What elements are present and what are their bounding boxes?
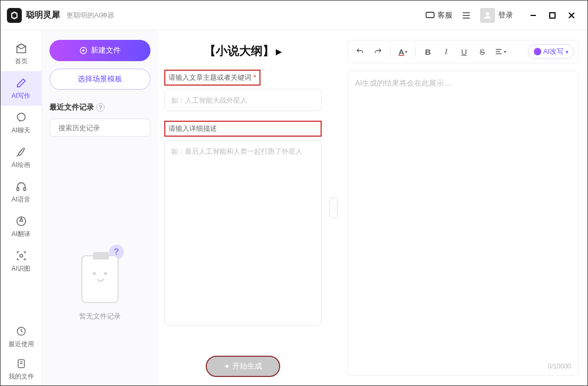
file-icon [15,357,28,370]
app-subtitle: 更聪明的AI神器 [66,11,114,20]
empty-illustration: ? [76,245,124,303]
template-button[interactable]: 选择场景模板 [49,69,150,90]
nav-label: AI翻译 [12,230,30,239]
svg-rect-2 [550,13,555,18]
nav-label: 首页 [15,57,28,66]
input-panel: 【小说大纲】 请输入文章主题或者关键词 * 请输入详细描述 ✦ 开始生成 [158,30,328,385]
editor-placeholder: AI生成的结果将会在此展示… [355,79,571,88]
login-button[interactable]: 登录 [498,11,513,20]
service-label: 客服 [438,11,452,20]
chat-bubble-icon [15,111,28,124]
nav-label: 我的文件 [9,372,34,381]
sparkle-icon: ✦ [224,362,230,371]
nav-my-files[interactable]: 我的文件 [1,353,41,385]
brush-icon [15,146,28,158]
nav-label: AI聊天 [12,126,30,135]
pen-icon [15,77,28,89]
topic-label: 请输入文章主题或者关键词 * [164,70,261,86]
panel-title[interactable]: 【小说大纲】 [164,43,322,59]
svg-point-1 [486,12,489,15]
ai-rewrite-label: AI改写 [543,47,564,56]
file-panel: 新建文件 选择场景模板 最近文件记录 ? ? 暂无文件记录 [42,30,158,385]
undo-icon [356,47,364,56]
generate-button[interactable]: ✦ 开始生成 [206,356,280,377]
window-maximize[interactable] [543,6,562,25]
plus-circle-icon [79,46,88,55]
nav-label: AI写作 [12,91,30,100]
empty-text: 暂无文件记录 [79,312,121,321]
search-box[interactable] [49,119,150,137]
nav-home[interactable]: 首页 [1,37,41,71]
topic-input[interactable] [164,89,322,111]
bold-button[interactable]: B [420,44,436,60]
logo-icon [10,11,19,20]
desc-textarea[interactable] [164,140,322,326]
app-title: 聪明灵犀 [26,10,60,21]
undo-button[interactable] [352,44,368,60]
strikethrough-button[interactable]: S [474,44,490,60]
editor-toolbar: A▾ B I U S ▾ AI改写 ▾ [347,40,579,63]
desc-label: 请输入详细描述 [164,121,322,137]
clock-icon [15,325,28,338]
new-file-button[interactable]: 新建文件 [49,40,150,61]
translate-icon [15,215,28,228]
nav-label: AI语音 [12,195,30,204]
nav-label: 最近使用 [9,340,34,349]
italic-button[interactable]: I [438,44,454,60]
titlebar: 聪明灵犀 更聪明的AI神器 客服 登录 [1,1,587,30]
underline-button[interactable]: U [456,44,472,60]
redo-button[interactable] [370,44,386,60]
svg-rect-4 [16,188,19,191]
nav-ai-image-rec[interactable]: AI识图 [1,244,41,279]
hamburger-menu[interactable] [461,10,472,21]
nav-ai-chat[interactable]: AI聊天 [1,106,41,140]
headphone-icon [15,180,28,193]
app-logo [7,8,22,23]
scan-icon [15,249,28,262]
search-input[interactable] [58,124,148,132]
generate-label: 开始生成 [232,362,262,371]
chevron-down-icon: ▾ [566,49,568,55]
chat-icon [425,10,435,21]
drag-handle[interactable] [329,197,338,219]
window-minimize[interactable] [524,6,543,25]
svg-rect-5 [23,188,26,191]
sidebar: 首页 AI写作 AI聊天 AI绘画 AI语音 AI翻译 AI识图 最 [1,30,42,385]
help-icon[interactable]: ? [96,103,105,112]
nav-ai-voice[interactable]: AI语音 [1,175,41,209]
nav-label: AI识图 [12,264,30,273]
nav-ai-paint[interactable]: AI绘画 [1,140,41,175]
font-color-button[interactable]: A▾ [395,44,411,60]
ai-rewrite-button[interactable]: AI改写 ▾ [528,44,574,59]
nav-ai-translate[interactable]: AI翻译 [1,209,41,244]
nav-ai-writing[interactable]: AI写作 [1,71,41,106]
customer-service-button[interactable]: 客服 [425,10,452,21]
recent-files-title: 最近文件记录 ? [49,103,150,112]
empty-state: ? 暂无文件记录 [49,147,150,376]
svg-point-3 [17,113,25,121]
redo-icon [374,47,382,56]
new-file-label: 新建文件 [91,46,121,55]
avatar[interactable] [480,8,495,23]
ai-icon [534,48,541,55]
align-button[interactable]: ▾ [492,44,508,60]
nav-recent[interactable]: 最近使用 [1,321,41,353]
window-close[interactable] [562,6,581,25]
editor-panel: A▾ B I U S ▾ AI改写 ▾ AI生成的结果将会在此展示… 0/100… [339,30,587,385]
nav-label: AI绘画 [12,161,30,170]
home-icon [15,42,28,55]
align-icon [494,47,503,56]
editor-area[interactable]: AI生成的结果将会在此展示… 0/10000 [347,71,579,376]
char-counter: 0/10000 [548,363,571,370]
resize-divider [328,30,339,385]
svg-point-7 [20,254,23,257]
